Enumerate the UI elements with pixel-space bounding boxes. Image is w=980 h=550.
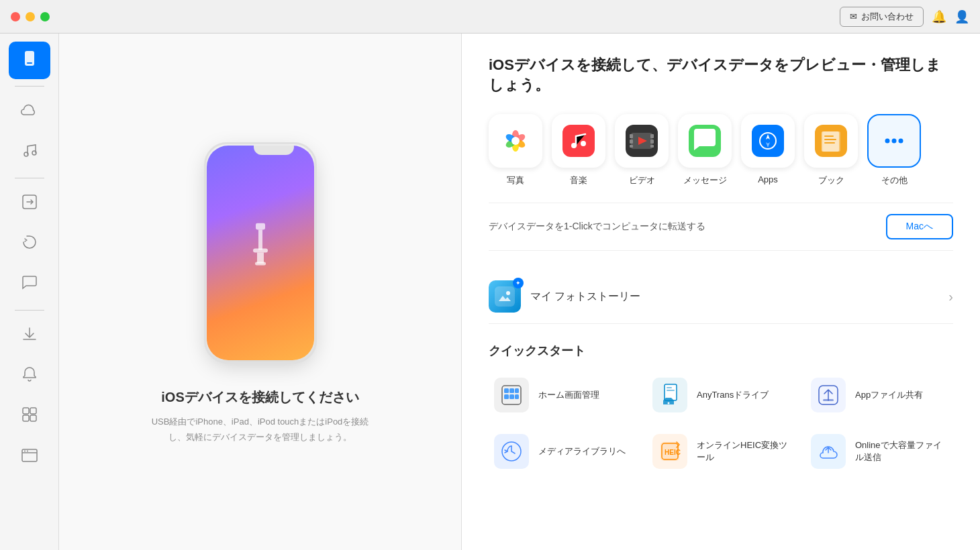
photo-story-left: ✦ マイ フォトストーリー — [489, 280, 640, 313]
contact-label: お問い合わせ — [861, 11, 914, 23]
qs-heic-converter[interactable]: HEIC オンラインHEIC変換ツール — [647, 429, 795, 474]
svg-rect-57 — [509, 394, 514, 399]
bell-sidebar-icon — [22, 366, 37, 386]
sidebar-item-device[interactable] — [9, 42, 50, 79]
sidebar-divider-1 — [15, 86, 44, 87]
quickstart-grid: ホーム画面管理 AnyTransドライブ — [489, 372, 953, 474]
category-music[interactable]: 音楽 — [552, 114, 605, 186]
category-messages[interactable]: メッセージ — [678, 114, 732, 186]
svg-rect-56 — [504, 394, 509, 399]
svg-point-49 — [899, 139, 903, 144]
svg-point-10 — [24, 451, 26, 452]
qs-home-screen-icon — [494, 378, 529, 412]
chat-icon — [21, 275, 38, 294]
svg-point-48 — [892, 139, 897, 144]
svg-rect-61 — [667, 390, 675, 391]
close-button[interactable] — [11, 12, 20, 21]
connect-title: iOSデバイスを接続してください — [161, 388, 358, 406]
photo-story-icon: ✦ — [489, 280, 521, 313]
phone-frame — [204, 142, 317, 364]
qs-media-library-icon — [494, 434, 529, 469]
apps-label: Apps — [758, 174, 778, 184]
mac-button[interactable]: Macへ — [886, 214, 953, 239]
qs-app-share-icon — [811, 378, 846, 412]
bell-icon[interactable]: 🔔 — [932, 9, 946, 24]
svg-rect-37 — [752, 125, 784, 157]
sidebar-item-restore[interactable] — [9, 225, 50, 263]
svg-rect-8 — [30, 415, 36, 421]
minimize-button[interactable] — [26, 12, 35, 21]
photos-label: 写真 — [507, 174, 524, 186]
transfer-icon — [21, 194, 38, 214]
books-label: ブック — [818, 174, 844, 186]
contact-button[interactable]: ✉ お問い合わせ — [840, 7, 924, 27]
svg-rect-30 — [630, 140, 633, 144]
sidebar-item-chat[interactable] — [9, 266, 50, 303]
svg-rect-1 — [27, 62, 32, 64]
music-icon-wrap — [552, 114, 605, 168]
apps-icon-wrap — [741, 114, 795, 168]
category-video[interactable]: ビデオ — [615, 114, 669, 186]
qs-home-screen[interactable]: ホーム画面管理 — [489, 372, 636, 418]
window-icon — [21, 447, 38, 466]
other-icon-wrap — [867, 114, 921, 168]
photo-story-row[interactable]: ✦ マイ フォトストーリー › — [489, 270, 953, 324]
svg-rect-53 — [504, 388, 509, 393]
sidebar-divider-2 — [15, 178, 44, 178]
sidebar-item-window[interactable] — [9, 438, 50, 476]
svg-point-23 — [511, 137, 520, 145]
titlebar: ✉ お問い合わせ 🔔 👤 — [0, 0, 980, 34]
sidebar-item-notifications[interactable] — [9, 358, 50, 395]
svg-rect-44 — [824, 135, 834, 137]
svg-point-25 — [571, 143, 577, 148]
window-controls — [11, 12, 50, 21]
maximize-button[interactable] — [40, 12, 50, 21]
qs-file-transfer-icon — [811, 434, 846, 469]
svg-rect-60 — [667, 387, 672, 388]
messages-icon-wrap — [678, 114, 732, 168]
right-panel: iOSデバイスを接続して、デバイスデータをプレビュー・管理しましょう。 — [462, 34, 980, 550]
qs-app-share[interactable]: Appファイル共有 — [805, 372, 953, 418]
qs-home-screen-label: ホーム画面管理 — [538, 389, 599, 401]
user-icon[interactable]: 👤 — [954, 9, 969, 24]
svg-rect-32 — [650, 134, 654, 138]
category-books[interactable]: ブック — [804, 114, 858, 186]
sidebar-item-apps[interactable] — [9, 398, 50, 435]
apps-sidebar-icon — [21, 406, 38, 427]
qs-heic-label: オンラインHEIC変換ツール — [697, 439, 789, 463]
transfer-text: デバイスデータを1-Clickでコンピュータに転送する — [489, 221, 705, 233]
svg-rect-54 — [509, 388, 514, 393]
sidebar-item-transfer[interactable] — [9, 185, 50, 223]
mail-icon: ✉ — [850, 11, 857, 21]
qs-anytrans-drive[interactable]: AnyTransドライブ — [647, 372, 795, 418]
qs-drive-label: AnyTransドライブ — [697, 389, 769, 401]
sidebar-divider-3 — [15, 310, 44, 311]
qs-media-library[interactable]: メディアライブラリへ — [489, 429, 636, 474]
category-other[interactable]: その他 — [867, 114, 921, 186]
phone-illustration — [193, 139, 328, 367]
svg-rect-29 — [630, 134, 633, 138]
qs-media-label: メディアライブラリへ — [538, 445, 626, 457]
category-grid: 写真 音楽 — [489, 114, 953, 186]
sidebar-item-cloud[interactable] — [9, 93, 50, 131]
qs-file-transfer-label: Onlineで大容量ファイル送信 — [855, 439, 948, 463]
left-panel: iOSデバイスを接続してください USB経由でiPhone、iPad、iPod … — [59, 34, 462, 550]
svg-rect-43 — [822, 131, 839, 152]
svg-rect-58 — [515, 394, 519, 399]
svg-rect-6 — [30, 408, 36, 414]
category-photos[interactable]: 写真 — [489, 114, 542, 186]
qs-app-share-label: Appファイル共有 — [855, 389, 923, 401]
titlebar-right: ✉ お問い合わせ 🔔 👤 — [840, 7, 969, 27]
svg-text:HEIC: HEIC — [665, 449, 681, 456]
category-apps[interactable]: Apps — [741, 114, 795, 186]
transfer-row: デバイスデータを1-Clickでコンピュータに転送する Macへ — [489, 203, 953, 251]
photo-story-label: マイ フォトストーリー — [530, 290, 640, 304]
svg-point-11 — [27, 451, 28, 452]
other-label: その他 — [881, 174, 908, 186]
svg-rect-34 — [650, 145, 654, 148]
svg-rect-50 — [495, 286, 515, 307]
sidebar-item-music[interactable] — [9, 133, 50, 171]
qs-large-file[interactable]: Onlineで大容量ファイル送信 — [805, 429, 953, 474]
sidebar-item-download[interactable] — [9, 317, 50, 355]
svg-rect-64 — [823, 399, 834, 401]
